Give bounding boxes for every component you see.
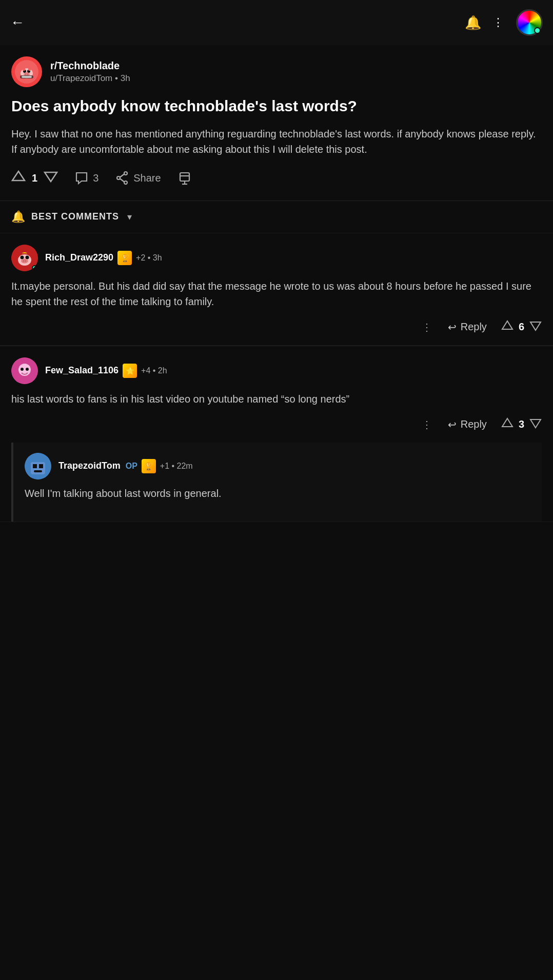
comment-online-indicator-1 <box>32 265 37 271</box>
comment-count: 3 <box>93 172 98 184</box>
comment-avatar-2[interactable] <box>11 357 38 384</box>
sort-label: BEST COMMENTS <box>31 211 119 222</box>
comment-actions-1: ⋮ ↩ Reply 6 <box>11 319 542 345</box>
nested-username-1[interactable]: TrapezoidTom <box>58 461 121 471</box>
nested-comment-header-1: TrapezoidTom OP 🏆 +1 • 22m <box>25 453 530 479</box>
sort-icon: 🔔 <box>11 210 25 224</box>
comment-user-2: Few_Salad_1106 ⭐ +4 • 2h <box>45 364 167 378</box>
topbar-left: ← <box>10 14 25 31</box>
svg-point-24 <box>21 255 24 259</box>
comment-header-2: Few_Salad_1106 ⭐ +4 • 2h <box>11 357 542 384</box>
reply-button-1[interactable]: ↩ Reply <box>448 321 487 333</box>
nested-body-1: Well I'm talking about last words in gen… <box>25 486 530 501</box>
comment-header-1: Rich_Draw2290 🏆 +2 • 3h <box>11 245 542 271</box>
comment-block-2: Few_Salad_1106 ⭐ +4 • 2h his last words … <box>0 346 553 522</box>
subreddit-name[interactable]: r/Technoblade <box>50 60 130 72</box>
svg-rect-18 <box>180 173 189 181</box>
comment-user-1: Rich_Draw2290 🏆 +2 • 3h <box>45 251 162 265</box>
reply-icon-2: ↩ <box>448 418 457 431</box>
comment-avatar-1[interactable] <box>11 245 38 271</box>
comment-username-2[interactable]: Few_Salad_1106 <box>45 365 118 376</box>
comment-username-1[interactable]: Rich_Draw2290 <box>45 252 113 263</box>
nested-user-1: TrapezoidTom OP 🏆 +1 • 22m <box>58 459 193 473</box>
reply-label-1: Reply <box>461 321 487 333</box>
comment-body-2: his last words to fans is in his last vi… <box>11 391 542 407</box>
svg-rect-8 <box>28 67 31 71</box>
nested-badge-1: 🏆 <box>142 459 156 473</box>
comment-block-1: Rich_Draw2290 🏆 +2 • 3h It.maybe persona… <box>0 233 553 346</box>
post-body: Hey. I saw that no one has mentioned any… <box>11 126 542 157</box>
nested-flair-1: +1 • 22m <box>160 462 193 471</box>
comment-badge-1: 🏆 <box>117 251 132 265</box>
comment-vote-count-2: 3 <box>519 418 524 430</box>
svg-point-26 <box>21 258 28 263</box>
svg-point-15 <box>124 181 127 184</box>
topbar-right: 🔔 ⋮ <box>465 9 543 36</box>
svg-rect-39 <box>33 464 37 468</box>
comment-flair-1: +2 • 3h <box>136 253 162 263</box>
reply-icon-1: ↩ <box>448 321 457 333</box>
svg-marker-29 <box>502 321 512 329</box>
vote-count: 1 <box>32 172 37 184</box>
svg-point-25 <box>26 255 29 259</box>
nested-comment-1: TrapezoidTom OP 🏆 +1 • 22m Well I'm talk… <box>11 443 542 522</box>
reply-button-2[interactable]: ↩ Reply <box>448 418 487 431</box>
share-label: Share <box>133 172 161 184</box>
vote-group: 1 <box>11 169 58 187</box>
post-actions: 1 3 Share <box>11 169 542 195</box>
post-time-ago: 3h <box>121 73 130 83</box>
post-meta-text: r/Technoblade u/TrapezoidTom • 3h <box>50 60 130 84</box>
post-author[interactable]: u/TrapezoidTom <box>50 73 112 83</box>
comment-downvote-2[interactable] <box>529 417 542 432</box>
award-button[interactable] <box>177 171 192 185</box>
comment-body-1: It.maybe personal. But his dad did say t… <box>11 278 542 309</box>
subreddit-avatar[interactable] <box>11 56 42 87</box>
avatar-online-indicator <box>534 27 541 34</box>
svg-line-16 <box>120 174 124 177</box>
svg-marker-11 <box>12 171 25 181</box>
nested-avatar-1[interactable] <box>25 453 51 479</box>
svg-marker-30 <box>530 322 541 330</box>
back-icon[interactable]: ← <box>10 14 25 31</box>
comment-actions-2: ⋮ ↩ Reply 3 <box>11 417 542 443</box>
comment-votes-2: 3 <box>501 417 542 432</box>
svg-point-33 <box>21 368 24 371</box>
svg-point-27 <box>23 260 25 262</box>
comment-more-icon-1[interactable]: ⋮ <box>422 321 433 333</box>
share-button[interactable]: Share <box>115 171 161 185</box>
post-meta: r/Technoblade u/TrapezoidTom • 3h <box>11 56 542 87</box>
avatar[interactable] <box>516 9 543 36</box>
svg-rect-41 <box>34 470 42 472</box>
svg-point-5 <box>25 74 26 75</box>
comment-more-icon-2[interactable]: ⋮ <box>422 418 433 431</box>
comment-votes-1: 6 <box>501 319 542 335</box>
post-author-time: u/TrapezoidTom • 3h <box>50 73 130 84</box>
svg-rect-7 <box>23 67 25 71</box>
comment-upvote-2[interactable] <box>501 417 514 432</box>
svg-point-6 <box>27 74 28 75</box>
more-icon[interactable]: ⋮ <box>492 16 505 29</box>
post-section: r/Technoblade u/TrapezoidTom • 3h Does a… <box>0 45 553 201</box>
reply-label-2: Reply <box>461 418 487 430</box>
svg-point-34 <box>26 368 29 371</box>
svg-rect-10 <box>22 76 32 78</box>
comment-upvote-1[interactable] <box>501 319 514 335</box>
bell-icon[interactable]: 🔔 <box>465 15 481 31</box>
svg-rect-40 <box>39 464 43 468</box>
svg-marker-12 <box>45 172 57 182</box>
op-label: OP <box>126 462 137 471</box>
svg-point-14 <box>117 176 120 179</box>
post-time-separator: • <box>115 73 121 83</box>
upvote-button[interactable] <box>11 169 26 187</box>
topbar: ← 🔔 ⋮ <box>0 0 553 45</box>
comments-sort-bar[interactable]: 🔔 BEST COMMENTS ▾ <box>0 201 553 233</box>
sort-chevron-icon[interactable]: ▾ <box>127 211 132 223</box>
comment-vote-count-1: 6 <box>519 321 524 333</box>
downvote-button[interactable] <box>44 169 58 187</box>
comment-badge-2: ⭐ <box>123 364 137 378</box>
nested-avatar-img-1 <box>25 453 51 479</box>
comment-avatar-img-2 <box>11 357 38 384</box>
comment-downvote-1[interactable] <box>529 319 542 335</box>
svg-point-28 <box>25 260 27 262</box>
comments-button[interactable]: 3 <box>74 171 98 185</box>
